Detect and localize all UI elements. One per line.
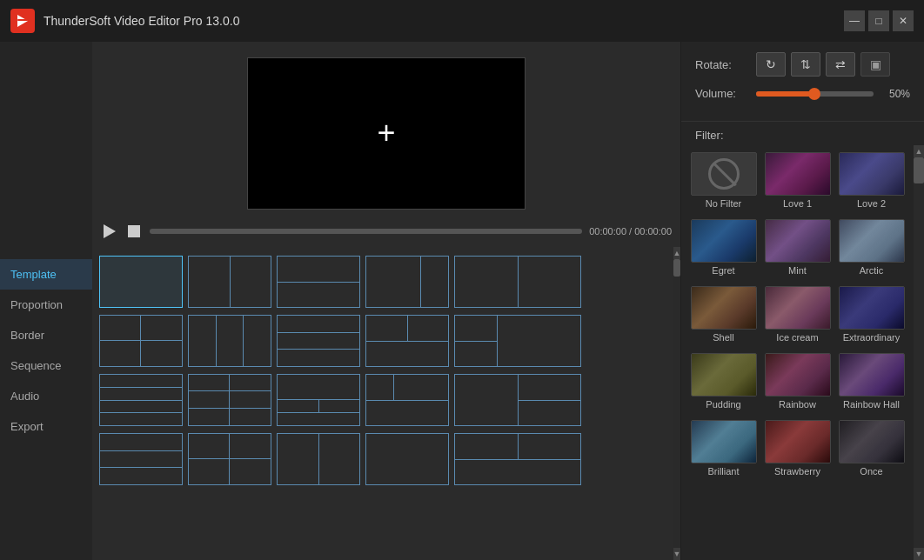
minimize-button[interactable]: — (844, 10, 865, 31)
filter-pudding[interactable]: Pudding (688, 350, 759, 413)
add-media-icon: + (377, 115, 395, 151)
template-mixed1[interactable] (365, 315, 449, 367)
stop-button[interactable] (125, 223, 143, 240)
sidebar-item-proportion[interactable]: Proportion (0, 290, 92, 320)
template-3uneven[interactable] (365, 374, 449, 426)
template-3col[interactable] (188, 315, 271, 367)
template-row-4 (99, 433, 666, 485)
template-cell-half (278, 283, 359, 308)
sidebar-item-border[interactable]: Border (0, 320, 92, 350)
template-cell-half (231, 257, 271, 307)
svg-rect-1 (17, 19, 28, 21)
filter-thumb-icecream (765, 286, 831, 330)
maximize-button[interactable]: □ (868, 10, 889, 31)
template-wide-mixed[interactable] (454, 374, 581, 426)
template-wide3h[interactable] (277, 374, 360, 426)
rotate-cw-button[interactable]: ↻ (756, 52, 786, 77)
filter-scroll-up[interactable]: ▲ (914, 145, 924, 157)
filter-thumb-love1 (765, 152, 831, 196)
filter-thumb-rainbowhall (839, 353, 905, 397)
template-row-3 (99, 374, 666, 426)
right-panel: Rotate: ↻ ⇅ ⇄ ▣ Volume: 50% Filter: (680, 42, 924, 560)
filter-strawberry[interactable]: Strawberry (762, 417, 833, 480)
template-cell-half (278, 257, 359, 283)
filter-scroll-area: No Filter Love 1 (681, 145, 924, 560)
filter-shell[interactable]: Shell (688, 283, 759, 346)
sidebar-item-sequence[interactable]: Sequence (0, 350, 92, 381)
filter-rainbow[interactable]: Rainbow (762, 350, 833, 413)
template-3row[interactable] (277, 315, 360, 367)
filter-scroll-thumb (914, 157, 924, 183)
template-row4-2[interactable] (188, 433, 271, 485)
template-mixed2[interactable] (454, 315, 581, 367)
sidebar-item-audio[interactable]: Audio (0, 381, 92, 411)
no-filter-icon (708, 158, 740, 190)
filter-mint[interactable]: Mint (762, 216, 833, 279)
filter-name-mint: Mint (788, 265, 807, 276)
window-controls: — □ ✕ (844, 10, 914, 31)
filter-thumb-rainbow (765, 353, 831, 397)
app-title: ThunderSoft Video Editor Pro 13.0.0 (44, 14, 239, 28)
template-2h[interactable] (188, 256, 271, 308)
template-single[interactable] (99, 256, 183, 308)
template-2v[interactable] (277, 256, 360, 308)
template-row4-3[interactable] (277, 433, 360, 485)
close-button[interactable]: ✕ (893, 10, 914, 31)
filter-thumb-egret (691, 219, 757, 263)
filter-thumb-once (839, 420, 905, 463)
filter-love1[interactable]: Love 1 (762, 149, 833, 212)
template-scrollbar: ▲ ▼ (673, 247, 680, 560)
scroll-up-arrow[interactable]: ▲ (673, 247, 680, 259)
filter-name-rainbowhall: Rainbow Hall (843, 399, 900, 410)
scrollbar-thumb (673, 259, 680, 277)
sidebar-item-export[interactable]: Export (0, 411, 92, 442)
main-container: Template Proportion Border Sequence Audi… (0, 42, 924, 560)
filter-no-filter[interactable]: No Filter (688, 149, 759, 212)
sidebar-item-template[interactable]: Template (0, 259, 92, 290)
template-4grid[interactable] (99, 315, 183, 367)
sidebar: Template Proportion Border Sequence Audi… (0, 42, 92, 560)
template-6h[interactable] (188, 374, 271, 426)
volume-slider[interactable] (756, 91, 874, 97)
filter-label: Filter: (681, 122, 924, 145)
rotate-control-row: Rotate: ↻ ⇅ ⇄ ▣ (695, 52, 910, 77)
filter-love2[interactable]: Love 2 (836, 149, 907, 212)
play-button[interactable] (101, 223, 118, 240)
filter-brilliant[interactable]: Brilliant (688, 417, 759, 480)
template-row4-4[interactable] (365, 433, 449, 485)
filter-thumb-shell (691, 286, 757, 330)
template-row-2 (99, 315, 666, 367)
filter-extraordinary[interactable]: Extraordinary (836, 283, 907, 346)
filter-rainbowhall[interactable]: Rainbow Hall (836, 350, 907, 413)
time-display: 00:00:00 / 00:00:00 (589, 226, 672, 237)
scroll-down-arrow[interactable]: ▼ (673, 548, 680, 560)
filter-scroll-down[interactable]: ▼ (914, 548, 924, 560)
flip-v-button[interactable]: ⇅ (791, 52, 820, 77)
template-5h[interactable] (99, 374, 183, 426)
template-row4-1[interactable] (99, 433, 183, 485)
filter-icecream[interactable]: Ice cream (762, 283, 833, 346)
filter-name-pudding: Pudding (706, 399, 740, 410)
template-2v-uneven[interactable] (365, 256, 449, 308)
filter-name-once: Once (860, 466, 882, 477)
template-grid-scroll[interactable] (92, 247, 673, 560)
flip-h-button[interactable]: ⇄ (826, 52, 855, 77)
filter-once[interactable]: Once (836, 417, 907, 480)
filter-thumb-no-filter (691, 152, 757, 196)
template-cell-half (189, 257, 231, 307)
filter-thumb-pudding (691, 353, 757, 397)
video-preview[interactable]: + (247, 57, 526, 210)
transform-button[interactable]: ▣ (860, 52, 890, 77)
filter-egret[interactable]: Egret (688, 216, 759, 279)
volume-fill (756, 91, 814, 97)
filter-name-arctic: Arctic (860, 265, 884, 276)
filter-grid-container[interactable]: No Filter Love 1 (681, 145, 914, 560)
filter-section: Filter: No Filter (681, 122, 924, 560)
filter-scroll-track[interactable] (914, 157, 924, 548)
filter-scrollbar: ▲ ▼ (914, 145, 924, 560)
template-row4-5[interactable] (454, 433, 581, 485)
filter-name-love1: Love 1 (783, 198, 812, 209)
filter-arctic[interactable]: Arctic (836, 216, 907, 279)
progress-bar[interactable] (150, 229, 582, 234)
template-wide-2h[interactable] (454, 256, 581, 308)
